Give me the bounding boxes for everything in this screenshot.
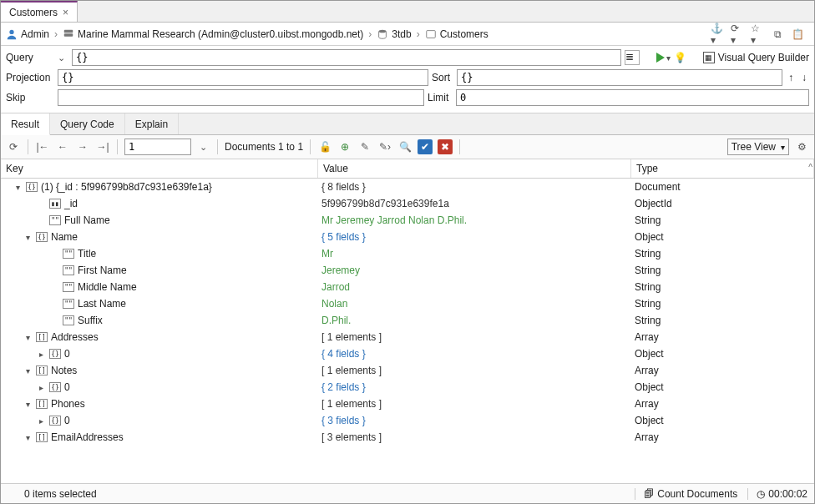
tree-row[interactable]: {}(1) {_id : 5f996799b8d7c931e639fe1a} {… (1, 179, 814, 195)
field-key: Addresses (51, 331, 99, 343)
count-icon: 🗐 (644, 488, 654, 500)
run-query-button[interactable]: ▾ (656, 53, 671, 63)
tree-row[interactable]: {}0 { 4 fields } Object (1, 345, 814, 362)
field-key: EmailAddresses (51, 431, 124, 443)
tab-explain[interactable]: Explain (125, 113, 179, 134)
selection-status: 0 items selected (8, 488, 97, 500)
tree-row[interactable]: []Phones [ 1 elements ] Array (1, 396, 814, 412)
view-mode-select[interactable]: Tree View ▾ (727, 139, 789, 155)
search-document-icon[interactable]: 🔍 (397, 139, 413, 154)
expand-toggle[interactable] (36, 416, 46, 426)
tree-row[interactable]: []Addresses [ 1 elements ] Array (1, 329, 814, 345)
tab-result[interactable]: Result (1, 113, 50, 135)
tree-row[interactable]: {}0 { 2 fields } Object (1, 379, 814, 396)
server-icon (63, 28, 74, 40)
anchor-icon[interactable]: ⚓ ▾ (711, 28, 724, 41)
chevron-right-icon: › (53, 28, 59, 40)
scroll-up-icon[interactable]: ^ (808, 163, 812, 172)
expand-toggle[interactable] (23, 400, 33, 409)
last-page-icon[interactable]: →| (95, 139, 110, 154)
expand-toggle[interactable] (36, 350, 46, 359)
tree-row[interactable]: []EmailAddresses [ 3 elements ] Array (1, 429, 814, 446)
expand-toggle[interactable] (23, 233, 33, 242)
field-value: Mr (321, 248, 333, 260)
query-dropdown-icon[interactable]: ⌄ (54, 53, 68, 63)
expand-toggle[interactable] (23, 333, 33, 342)
unlock-icon[interactable]: 🔓 (317, 139, 332, 154)
field-type-icon: {} (49, 416, 61, 426)
tree-row[interactable]: ""First Name Jeremey String (1, 262, 814, 279)
tree-row[interactable]: ""Suffix D.Phil. String (1, 312, 814, 329)
discard-icon[interactable]: ✖ (438, 139, 453, 154)
expand-toggle[interactable] (23, 366, 33, 375)
projection-label: Projection (6, 72, 54, 83)
field-type-icon: "" (63, 315, 74, 325)
tree-row[interactable]: ▮▮_id 5f996799b8d7c931e639fe1a ObjectId (1, 195, 814, 212)
field-type: String (635, 315, 661, 326)
first-page-icon[interactable]: |← (35, 139, 50, 154)
skip-input[interactable] (58, 89, 424, 106)
expand-toggle[interactable] (36, 383, 46, 392)
projection-input[interactable] (58, 69, 428, 86)
query-options-icon[interactable]: ≣ (625, 50, 640, 65)
page-dropdown-icon[interactable]: ⌄ (196, 142, 210, 153)
limit-input[interactable] (456, 89, 809, 106)
expand-toggle[interactable] (13, 183, 23, 192)
tree-row[interactable]: ""Title Mr String (1, 245, 814, 262)
copy-icon[interactable]: ⧉ (771, 28, 784, 41)
breadcrumb-db[interactable]: 3tdb (392, 28, 411, 40)
visual-query-builder-button[interactable]: ▦ Visual Query Builder (703, 52, 809, 63)
star-icon[interactable]: ☆ ▾ (751, 28, 764, 41)
field-value: Jarrod (321, 281, 350, 293)
page-number-input[interactable] (124, 139, 191, 155)
next-page-icon[interactable]: → (75, 139, 90, 154)
apply-icon[interactable]: ✔ (418, 139, 433, 154)
field-type: String (635, 214, 661, 226)
field-key: Name (51, 231, 78, 243)
sort-desc-icon[interactable]: ↓ (799, 72, 809, 83)
field-key: Middle Name (78, 281, 137, 293)
breadcrumb-collection[interactable]: Customers (440, 28, 488, 40)
breadcrumb-user[interactable]: Admin (21, 28, 49, 40)
field-key: Title (78, 248, 96, 260)
tree-row[interactable]: {}0 { 3 fields } Object (1, 412, 814, 429)
edit-document-icon[interactable]: ✎ (357, 139, 372, 154)
field-key: Notes (51, 365, 77, 376)
paste-icon[interactable]: 📋 (791, 28, 804, 41)
column-key[interactable]: Key (1, 159, 318, 178)
svg-point-0 (9, 29, 13, 33)
field-value: 5f996799b8d7c931e639fe1a (321, 198, 449, 209)
sort-asc-icon[interactable]: ↑ (786, 72, 796, 83)
vqb-label: Visual Query Builder (718, 52, 809, 63)
query-input[interactable] (72, 49, 621, 66)
breadcrumb-connection[interactable]: Marine Mammal Research (Admin@cluster0.u… (78, 28, 363, 40)
field-type: Array (635, 365, 659, 376)
close-icon[interactable]: × (63, 7, 68, 18)
tree-row[interactable]: []Notes [ 1 elements ] Array (1, 362, 814, 379)
tree-row[interactable]: ""Full Name Mr Jeremey Jarrod Nolan D.Ph… (1, 212, 814, 229)
add-document-icon[interactable]: ⊕ (337, 139, 352, 154)
limit-label: Limit (428, 92, 453, 103)
collection-icon (425, 28, 437, 40)
tree-row[interactable]: ""Last Name Nolan String (1, 295, 814, 312)
field-type: Object (635, 415, 664, 426)
sort-input[interactable] (457, 69, 782, 86)
prev-page-icon[interactable]: ← (55, 139, 70, 154)
tab-query-code[interactable]: Query Code (50, 113, 125, 134)
gear-icon[interactable]: ⚙ (794, 139, 809, 154)
tree-row[interactable]: {}Name { 5 fields } Object (1, 229, 814, 245)
expand-toggle[interactable] (23, 433, 33, 442)
refresh-icon[interactable]: ⟳ ▾ (731, 28, 744, 41)
tree-row[interactable]: ""Middle Name Jarrod String (1, 279, 814, 295)
field-key: Phones (51, 398, 85, 410)
column-value[interactable]: Value (318, 159, 631, 178)
view-document-icon[interactable]: ✎› (377, 139, 392, 154)
count-documents-button[interactable]: 🗐 Count Documents (635, 488, 737, 500)
hint-icon[interactable]: 💡 (674, 52, 686, 63)
user-icon (6, 28, 18, 40)
refresh-results-icon[interactable]: ⟳ (6, 139, 21, 154)
editor-tab[interactable]: Customers × (1, 1, 78, 22)
column-type[interactable]: Type (631, 159, 814, 178)
field-key: 0 (64, 415, 70, 426)
vqb-icon: ▦ (703, 52, 715, 63)
